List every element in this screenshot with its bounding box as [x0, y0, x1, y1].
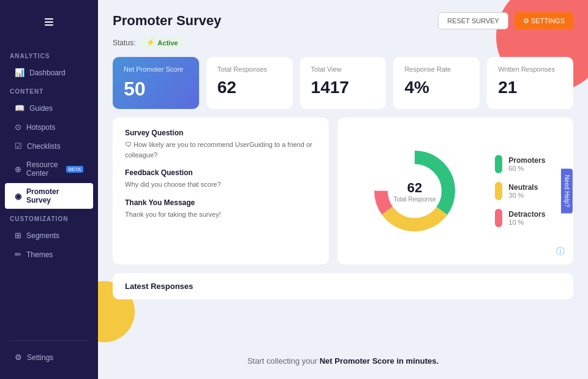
header-actions: RESET SURVEY ⚙ SETTINGS — [438, 12, 573, 29]
stat-label-total-responses: Total Responses — [217, 66, 282, 73]
sidebar-item-label: Hotspots — [26, 123, 55, 132]
donut-center: 62 Total Response — [394, 180, 436, 203]
stat-card-total-view: Total View 1417 — [300, 57, 386, 109]
feedback-question-title: Feedback Question — [125, 168, 317, 177]
feedback-question-section: Feedback Question Why did you choose tha… — [125, 168, 317, 190]
stat-value-written-responses: 21 — [498, 78, 562, 97]
sidebar-item-guides[interactable]: 📖 Guides — [5, 99, 93, 117]
thank-you-section: Thank You Message Thank you for taking t… — [125, 198, 317, 220]
status-label: Status: — [113, 39, 135, 47]
detractors-dot — [495, 209, 502, 227]
sidebar-item-label: Promoter Survey — [26, 187, 83, 205]
sidebar-item-label: Dashboard — [29, 69, 66, 77]
sidebar-item-promoter-survey[interactable]: ◉ Promoter Survey — [5, 183, 93, 209]
neutrals-label: Neutrals — [508, 183, 538, 192]
promoters-label: Promoters — [508, 156, 545, 165]
donut-center-value: 62 — [394, 180, 436, 196]
status-value: Active — [157, 39, 178, 47]
latest-responses-section: Latest Responses — [113, 273, 573, 299]
stat-value-total-view: 1417 — [311, 78, 375, 97]
survey-info-panel: Survey Question 🗨 How likely are you to … — [113, 118, 329, 265]
sidebar-divider — [10, 340, 88, 341]
sidebar-item-themes[interactable]: ✏ Themes — [5, 246, 93, 263]
stat-card-response-rate: Response Rate 4% — [393, 57, 480, 109]
section-label-analytics: ANALYTICS — [0, 53, 98, 59]
neutrals-pct: 30 % — [508, 192, 538, 199]
sidebar-item-label: Segments — [26, 231, 59, 240]
segments-icon: ⊞ — [15, 231, 21, 240]
promoters-dot — [495, 155, 502, 173]
detractors-label: Detractors — [508, 210, 545, 219]
chart-panel: 62 Total Response Promoters 60 % Neutral… — [337, 118, 573, 265]
sidebar-item-label: Settings — [27, 353, 53, 362]
section-label-customization: CUSTOMIZATION — [0, 216, 98, 222]
section-label-content: CONTENT — [0, 88, 98, 95]
legend-item-detractors: Detractors 10 % — [495, 209, 545, 227]
sidebar-item-label: Guides — [29, 104, 53, 113]
survey-question-text: 🗨 How likely are you to recommend UserGu… — [125, 140, 317, 160]
status-bar: Status: ⚡ Active — [113, 37, 573, 48]
thank-you-text: Thank you for taking the survey! — [125, 209, 317, 220]
legend-item-promoters: Promoters 60 % — [495, 155, 545, 173]
chart-legend: Promoters 60 % Neutrals 30 % Detractors — [495, 155, 545, 227]
stat-value-nps: 50 — [124, 78, 188, 100]
stat-value-response-rate: 4% — [404, 78, 469, 97]
neutrals-text: Neutrals 30 % — [508, 183, 538, 199]
logo-icon: ≡ — [44, 12, 54, 32]
stat-card-written-responses: Written Responses 21 — [487, 57, 573, 109]
lightning-icon: ⚡ — [146, 39, 155, 47]
stat-label-written-responses: Written Responses — [498, 66, 562, 73]
donut-center-label: Total Response — [394, 196, 436, 203]
sidebar-item-checklists[interactable]: ☑ Checklists — [5, 137, 93, 155]
settings-button[interactable]: ⚙ SETTINGS — [514, 12, 573, 29]
legend-item-neutrals: Neutrals 30 % — [495, 182, 545, 200]
detractors-pct: 10 % — [508, 219, 545, 226]
settings-icon: ⚙ — [15, 353, 22, 362]
sidebar-item-label: Checklists — [27, 142, 61, 151]
bottom-panels-row: Survey Question 🗨 How likely are you to … — [113, 118, 573, 265]
sidebar-item-resource-center[interactable]: ⊕ Resource Center BETA — [5, 156, 93, 182]
stat-label-nps: Net Promoter Score — [124, 66, 188, 73]
detractors-text: Detractors 10 % — [508, 210, 545, 226]
sidebar-item-label: Themes — [26, 250, 53, 259]
hotspots-icon: ⊙ — [15, 122, 21, 132]
themes-icon: ✏ — [15, 250, 21, 259]
sidebar: ≡ ANALYTICS 📊 Dashboard CONTENT 📖 Guides… — [0, 0, 98, 379]
main-content: Promoter Survey RESET SURVEY ⚙ SETTINGS … — [98, 0, 588, 379]
stat-label-response-rate: Response Rate — [404, 66, 469, 73]
stat-value-total-responses: 62 — [217, 78, 282, 97]
promoters-text: Promoters 60 % — [508, 156, 545, 172]
sidebar-item-dashboard[interactable]: 📊 Dashboard — [5, 64, 93, 81]
stat-card-total-responses: Total Responses 62 — [206, 57, 293, 109]
donut-chart: 62 Total Response — [366, 142, 464, 240]
latest-responses-title: Latest Responses — [125, 282, 561, 291]
dashboard-icon: 📊 — [15, 68, 24, 77]
sidebar-bottom: ⚙ Settings — [0, 333, 98, 367]
survey-question-section: Survey Question 🗨 How likely are you to … — [125, 129, 317, 160]
feedback-question-text: Why did you choose that score? — [125, 179, 317, 190]
promoter-survey-icon: ◉ — [15, 192, 21, 201]
resource-center-icon: ⊕ — [15, 165, 21, 174]
guides-icon: 📖 — [15, 103, 24, 113]
stats-row: Net Promoter Score 50 Total Responses 62… — [113, 57, 573, 109]
thank-you-title: Thank You Message — [125, 198, 317, 207]
need-help-tab[interactable]: Need Help? — [561, 169, 573, 214]
sidebar-logo: ≡ — [0, 12, 98, 32]
sidebar-item-settings[interactable]: ⚙ Settings — [5, 348, 93, 366]
reset-survey-button[interactable]: RESET SURVEY — [438, 12, 508, 29]
promoters-pct: 60 % — [508, 165, 545, 172]
info-icon: ⓘ — [556, 246, 565, 257]
beta-badge: BETA — [66, 166, 83, 173]
sidebar-item-segments[interactable]: ⊞ Segments — [5, 227, 93, 244]
page-header: Promoter Survey RESET SURVEY ⚙ SETTINGS — [113, 12, 573, 29]
status-badge: ⚡ Active — [140, 37, 184, 48]
neutrals-dot — [495, 182, 502, 200]
checklists-icon: ☑ — [15, 141, 22, 151]
stat-card-nps: Net Promoter Score 50 — [113, 57, 199, 109]
sidebar-item-hotspots[interactable]: ⊙ Hotspots — [5, 118, 93, 136]
sidebar-item-label: Resource Center — [26, 160, 60, 178]
stat-label-total-view: Total View — [311, 66, 375, 73]
survey-question-title: Survey Question — [125, 129, 317, 137]
page-title: Promoter Survey — [113, 13, 221, 29]
